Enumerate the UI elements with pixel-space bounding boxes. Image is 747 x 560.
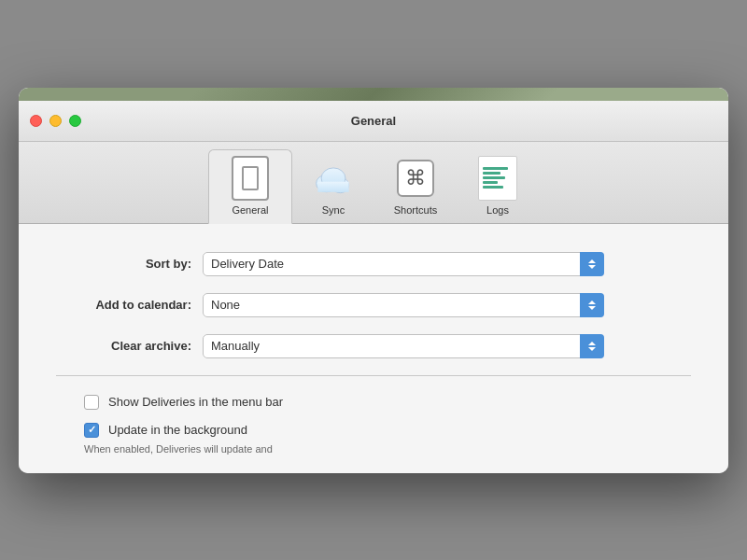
main-window: General General [19, 88, 728, 473]
clear-archive-row: Clear archive: Manually After 1 week Aft… [56, 334, 691, 358]
sort-by-label: Sort by: [56, 257, 191, 271]
clear-archive-select-wrapper: Manually After 1 week After 1 month Neve… [203, 334, 604, 358]
section-divider [56, 375, 691, 376]
tab-logs-label: Logs [486, 204, 509, 216]
background-checkbox-row: Update in the background [56, 423, 691, 438]
tabs-row: General [208, 149, 539, 223]
tab-shortcuts-label: Shortcuts [394, 204, 437, 216]
window-title: General [351, 114, 396, 128]
sync-icon [311, 156, 356, 201]
shortcuts-icon: ⌘ [393, 156, 438, 201]
sort-by-row: Sort by: Delivery Date Name Date Added [56, 252, 691, 276]
general-icon [228, 156, 273, 201]
add-to-calendar-row: Add to calendar: None Calendar Reminders [56, 293, 691, 317]
command-icon: ⌘ [397, 160, 434, 197]
menu-bar-checkbox-row: Show Deliveries in the menu bar [56, 395, 691, 410]
background-checkbox[interactable] [84, 423, 99, 438]
tab-logs[interactable]: Logs [457, 150, 539, 223]
content-area: Sort by: Delivery Date Name Date Added A… [19, 224, 728, 473]
logs-icon-shape [478, 156, 517, 201]
tab-general-label: General [232, 204, 268, 216]
title-bar: General [19, 101, 728, 142]
add-to-calendar-select-wrapper: None Calendar Reminders [203, 293, 604, 317]
sort-by-select-wrapper: Delivery Date Name Date Added [203, 252, 604, 276]
general-icon-shape [232, 156, 269, 201]
minimize-button[interactable] [49, 115, 62, 127]
background-label: Update in the background [108, 423, 247, 437]
logs-icon [475, 156, 520, 201]
tab-sync-label: Sync [322, 204, 345, 216]
cloud-icon [311, 160, 356, 197]
menu-bar-checkbox[interactable] [84, 395, 99, 410]
tab-shortcuts[interactable]: ⌘ Shortcuts [374, 150, 457, 223]
clear-archive-label: Clear archive: [56, 339, 191, 353]
sort-by-select[interactable]: Delivery Date Name Date Added [203, 252, 604, 276]
menu-bar-label: Show Deliveries in the menu bar [108, 395, 283, 409]
traffic-lights [30, 115, 81, 127]
close-button[interactable] [30, 115, 42, 127]
add-to-calendar-select[interactable]: None Calendar Reminders [203, 293, 604, 317]
tab-sync[interactable]: Sync [292, 150, 374, 223]
maximize-button[interactable] [69, 115, 81, 127]
tab-general[interactable]: General [208, 149, 292, 224]
background-strip [19, 88, 728, 101]
clear-archive-select[interactable]: Manually After 1 week After 1 month Neve… [203, 334, 604, 358]
add-to-calendar-label: Add to calendar: [56, 298, 191, 312]
toolbar: General [19, 142, 728, 224]
helper-text: When enabled, Deliveries will update and [56, 443, 691, 455]
svg-rect-3 [317, 181, 348, 191]
